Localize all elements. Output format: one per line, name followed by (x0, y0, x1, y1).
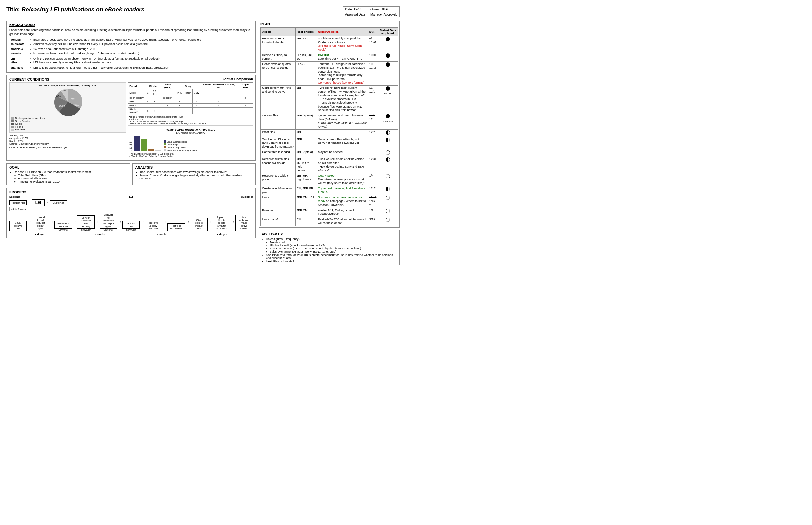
followup-item-1: Sales figures – frequency? Number sold G… (266, 237, 397, 253)
notes-1: ePub is most widely accepted, but Kindle… (317, 36, 368, 53)
svg-text:6.5%: 6.5% (56, 95, 61, 97)
actor-designer: Designer (9, 195, 27, 198)
col-action: Action (261, 28, 295, 36)
action-10: Research & decide on pricing (261, 174, 295, 186)
bg-row-general: generalsales data Estimated e-book sales… (9, 37, 253, 46)
arrow-9: → (208, 219, 213, 224)
arrow-7: → (163, 219, 167, 224)
process-section: PROCESS Designer LEI Customer Request fi… (6, 188, 256, 238)
other-text: Other: Cool-er Bookeen, etc (Nook not re… (9, 146, 126, 149)
plan-row-6: Proof files JBF 12/23 (261, 130, 398, 137)
responsible-14: CM (295, 217, 317, 226)
due-5: 12/51/4 (368, 113, 378, 130)
due-9: 12/31 (368, 157, 378, 174)
responsible-5: JBF (Aptera) (295, 113, 317, 130)
status-circle-12 (386, 196, 390, 200)
notes-2: GM firstLater (in order?): TLM, GRTD, FT… (317, 52, 368, 61)
bg-label-lei: LEItitles (9, 56, 28, 65)
actor-lei: LEI (28, 195, 234, 198)
due-6: 12/23 (368, 130, 378, 137)
format-comparison-table: Brand Kindle Nook (B&N) Sony Others: Boo… (128, 82, 253, 114)
background-title: BACKGROUND (9, 23, 253, 27)
arrow-3: → (72, 219, 77, 224)
step-receive-copy: Receive& copy-edit files (145, 221, 162, 231)
plan-row-5: Convert files JBF (Aptera) Quoted turn-a… (261, 113, 398, 130)
responsible-7: JBF (295, 137, 317, 150)
converter-2: Converter (81, 229, 91, 231)
approval-label: Approval Date: (343, 12, 368, 17)
bar-lean-foreign (148, 149, 154, 151)
status-circle-4 (386, 86, 390, 91)
duration-4weeks: 4 weeks (95, 233, 106, 236)
action-6: Proof files (261, 130, 295, 137)
status-circle-8 (386, 150, 390, 155)
status-circle-10 (386, 174, 390, 179)
status-13 (378, 208, 398, 217)
status-11 (378, 186, 398, 195)
notes-10: Goal = $9.99Does Amazon lower price from… (317, 174, 368, 186)
due-2: 10/01 (368, 52, 378, 61)
lean-search-box: "lean" search results in Kindle store 17… (128, 127, 253, 159)
notes-12: Soft launch on Amazon as soon as ready o… (317, 195, 368, 208)
followup-list: Sales figures – frequency? Number sold G… (266, 237, 397, 263)
col-status: Status/ Date completed (378, 28, 398, 36)
bar-lean-business (134, 136, 140, 151)
status-circle-9 (386, 158, 390, 162)
duration-bar: 3 days 4 weeks 1 week 3 days? (9, 233, 253, 236)
status-12 (378, 195, 398, 208)
lean-search-subtitle: 172 results as of 12/10/09 (129, 131, 251, 134)
duration-3days2: 3 days? (217, 233, 228, 236)
page-title: Title: Releasing LEI publications on eBo… (6, 6, 145, 13)
due-7 (368, 137, 378, 150)
responsible-11: CM, JBF, RR (295, 186, 317, 195)
notes-11: Try no cost marketing first & evaluate 2… (317, 186, 368, 195)
status-2 (378, 52, 398, 61)
lei-label-box: LEI (32, 199, 45, 206)
status-circle-13 (386, 209, 390, 213)
goal-title: GOAL (9, 165, 127, 169)
step-test-readers: Test fileson readers (168, 223, 185, 231)
within-week-label: within 1 week (9, 207, 253, 211)
status-circle-7 (386, 138, 390, 142)
duration-1week: 1 week (156, 233, 166, 236)
pie-title: Market Share, e-Book Downloads, January-… (11, 84, 125, 87)
action-13: Promote (261, 208, 295, 217)
status-circle-2 (386, 54, 390, 58)
action-3: Get conversion quotes, references, & dec… (261, 62, 295, 86)
notes-8: May not be needed (317, 150, 368, 157)
current-conditions-section: CURRENT CONDITIONS Format Comparison Mar… (6, 75, 256, 161)
arrow-2: → (50, 219, 54, 224)
plan-row-2: Decide on title(s) to convert DP, RR, JB… (261, 52, 398, 61)
lean-search-title: "lean" search results in Kindle store (129, 128, 251, 131)
status-circle-5 (386, 114, 390, 118)
bg-row-channels: channels LEI sells its ebook (eLex) on l… (9, 65, 253, 71)
customer-box: Customer (50, 200, 67, 205)
arrow-5: → (117, 219, 122, 224)
status-circle-3 (386, 62, 390, 67)
step-upload-sellers: Uploadfiles tosellers(Amazon& others) (213, 215, 230, 231)
due-14: 3/15 (368, 217, 378, 226)
action-2: Decide on title(s) to convert (261, 52, 295, 61)
plan-row-12: Launch JBF, CM, JR? Soft launch on Amazo… (261, 195, 398, 208)
plan-row-14: Launch ads? CM Paid ads? – TBD at end of… (261, 217, 398, 226)
plan-row-4: Get files from Off-Piste and send to con… (261, 86, 398, 113)
notes-4: - We did not have most current version o… (317, 86, 368, 113)
due-4: 11/12/1 (368, 86, 378, 113)
pie-chart-area: Market Share, e-Book Downloads, January-… (9, 82, 126, 133)
duration-3days: 3 days (35, 233, 44, 236)
current-conditions-title: CURRENT CONDITIONS (9, 77, 49, 81)
arrow-1: → (27, 219, 31, 224)
step-upload-files2: Uploadfiles (122, 221, 140, 229)
since-text: Since Q1 09: computers ↓17% Kindle ↑20% … (9, 134, 126, 146)
action-5: Convert files (261, 113, 295, 130)
action-1: Research current formats & decide (261, 36, 295, 53)
plan-row-10: Research & decide on pricing JBF, RR, mg… (261, 174, 398, 186)
plan-row-3: Get conversion quotes, references, & dec… (261, 62, 398, 86)
action-14: Launch ads? (261, 217, 295, 226)
notes-6 (317, 130, 368, 137)
action-9: Research distribution channels & decide (261, 157, 295, 174)
owner-label: Owner: JBF (368, 7, 399, 12)
background-intro: Ebook sales are increasing while traditi… (9, 28, 253, 36)
due-8 (368, 150, 378, 157)
col-notes: Notes/Decision (317, 28, 368, 36)
